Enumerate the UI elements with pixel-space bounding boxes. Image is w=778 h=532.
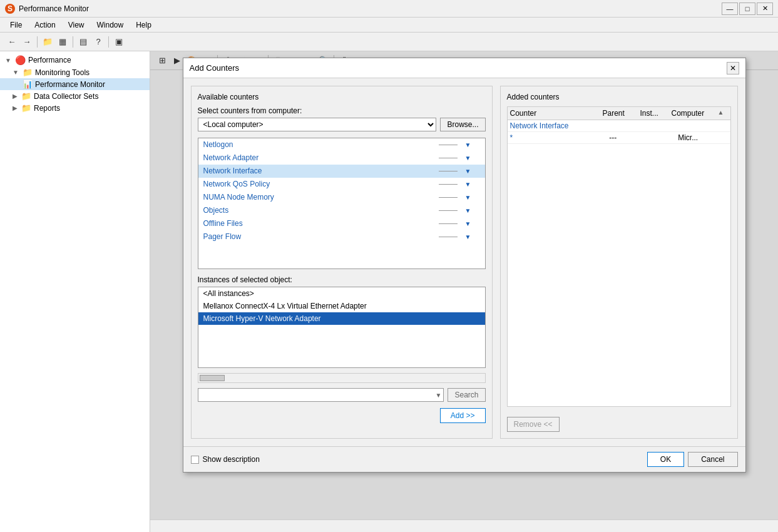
sidebar-item-data-collector-sets[interactable]: ▶ 📁 Data Collector Sets xyxy=(0,90,150,102)
scroll-up-arrow: ▲ xyxy=(718,109,728,118)
toolbar-extra[interactable]: ▣ xyxy=(112,35,126,49)
added-counters-table: Counter Parent Inst... Computer ▲ Networ… xyxy=(507,106,731,407)
dialog-body: Available counters Select counters from … xyxy=(183,78,745,446)
table-row-star[interactable]: * --- Micr... xyxy=(508,132,730,144)
counter-list[interactable]: Netlogon ▼ Network Adapter ▼ xyxy=(198,138,486,269)
content-area: ⊞ ▶ 🎨 ▼ ✚ ✖ ✏ ⎘ □ ▤ 🔍 ‖ ▶▶ Add Counters … xyxy=(150,51,778,532)
counter-item-numa[interactable]: NUMA Node Memory ▼ xyxy=(198,191,485,204)
dialog-title: Add Counters xyxy=(190,63,240,73)
add-button-row: Add >> xyxy=(198,408,486,423)
row-inst-label xyxy=(647,121,678,130)
menu-view[interactable]: View xyxy=(63,19,90,31)
table-header: Counter Parent Inst... Computer ▲ xyxy=(508,107,730,120)
counter-item-network-interface[interactable]: Network Interface ▼ xyxy=(198,165,485,178)
add-counters-dialog: Add Counters ✕ Available counters Select… xyxy=(183,58,746,473)
dialog-close-button[interactable]: ✕ xyxy=(727,62,739,74)
toolbar-help[interactable]: ? xyxy=(91,35,105,49)
counter-item-pager-flow[interactable]: Pager Flow ▼ xyxy=(198,230,485,243)
col-computer: Computer xyxy=(672,109,718,118)
table-row-network-interface[interactable]: Network Interface xyxy=(508,120,730,132)
instance-mellanox[interactable]: Mellanox ConnectX-4 Lx Virtual Ethernet … xyxy=(198,300,485,312)
toolbar-back[interactable]: ← xyxy=(5,35,19,49)
instances-label: Instances of selected object: xyxy=(198,275,486,284)
add-button[interactable]: Add >> xyxy=(440,408,486,423)
footer-buttons: OK Cancel xyxy=(647,452,738,467)
row-parent-label xyxy=(609,121,647,130)
toolbar-up[interactable]: 📁 xyxy=(41,35,54,49)
app-icon: S xyxy=(5,4,15,14)
toolbar-show-hide[interactable]: ▦ xyxy=(56,35,69,49)
counter-item-network-qos[interactable]: Network QoS Policy ▼ xyxy=(198,178,485,191)
window-title: Performance Monitor xyxy=(19,4,89,13)
sidebar-item-monitoring-tools[interactable]: ▼ 📁 Monitoring Tools xyxy=(0,66,150,78)
counter-item-offline-files[interactable]: Offline Files ▼ xyxy=(198,217,485,230)
sidebar-item-performance-monitor[interactable]: 📊 Performance Monitor xyxy=(0,78,150,90)
sidebar: ▼ 🔴 Performance ▼ 📁 Monitoring Tools 📊 P… xyxy=(0,51,150,532)
show-description-row: Show description xyxy=(191,455,260,464)
minimize-button[interactable]: — xyxy=(722,3,738,15)
menu-file[interactable]: File xyxy=(5,19,27,31)
row-counter-label: Network Interface xyxy=(510,121,610,130)
menu-bar: File Action View Window Help xyxy=(0,18,778,33)
counter-item-network-adapter[interactable]: Network Adapter ▼ xyxy=(198,151,485,165)
sidebar-item-reports[interactable]: ▶ 📁 Reports xyxy=(0,102,150,114)
dialog-footer: Show description OK Cancel xyxy=(183,446,745,472)
search-row: ▼ Search xyxy=(198,388,486,402)
computer-label: Select counters from computer: xyxy=(198,106,486,115)
row-counter-value: * xyxy=(510,133,610,142)
horizontal-scrollbar[interactable] xyxy=(198,373,486,383)
available-counters-title: Available counters xyxy=(198,93,486,101)
menu-help[interactable]: Help xyxy=(131,19,156,31)
menu-action[interactable]: Action xyxy=(29,19,60,31)
sidebar-item-performance[interactable]: ▼ 🔴 Performance xyxy=(0,54,150,66)
window-close-button[interactable]: ✕ xyxy=(757,3,773,15)
counter-item-netlogon[interactable]: Netlogon ▼ xyxy=(198,138,485,151)
ok-button[interactable]: OK xyxy=(647,452,684,467)
title-bar: S Performance Monitor — □ ✕ xyxy=(0,0,778,18)
row-inst-value xyxy=(647,133,678,142)
dialog-title-bar: Add Counters ✕ xyxy=(183,58,745,78)
status-bar xyxy=(150,519,778,532)
maximize-button[interactable]: □ xyxy=(739,3,755,15)
row-computer-value: Micr... xyxy=(678,133,727,142)
col-inst: Inst... xyxy=(640,109,672,118)
instance-hyper-v[interactable]: Microsoft Hyper-V Network Adapter xyxy=(198,312,485,325)
cancel-button[interactable]: Cancel xyxy=(688,452,737,467)
remove-button[interactable]: Remove << xyxy=(507,417,560,432)
added-counters-title: Added counters xyxy=(507,93,731,101)
toolbar-properties[interactable]: ▤ xyxy=(76,35,90,49)
counter-item-objects[interactable]: Objects ▼ xyxy=(198,204,485,217)
computer-row: <Local computer> Browse... xyxy=(198,118,486,131)
col-parent: Parent xyxy=(603,109,640,118)
show-description-label: Show description xyxy=(203,455,260,464)
menu-window[interactable]: Window xyxy=(92,19,129,31)
row-computer-label xyxy=(678,121,727,130)
main-layout: ▼ 🔴 Performance ▼ 📁 Monitoring Tools 📊 P… xyxy=(0,51,778,532)
added-counters-panel: Added counters Counter Parent Inst... Co… xyxy=(500,86,738,439)
dialog-overlay: Add Counters ✕ Available counters Select… xyxy=(150,51,778,532)
search-button[interactable]: Search xyxy=(448,388,485,402)
main-toolbar: ← → 📁 ▦ ▤ ? ▣ xyxy=(0,33,778,51)
show-description-checkbox[interactable] xyxy=(191,456,199,464)
instance-all[interactable]: <All instances> xyxy=(198,287,485,300)
toolbar-forward[interactable]: → xyxy=(20,35,34,49)
instances-list[interactable]: <All instances> Mellanox ConnectX-4 Lx V… xyxy=(198,287,486,368)
row-parent-value: --- xyxy=(609,133,647,142)
browse-button[interactable]: Browse... xyxy=(440,118,485,131)
col-counter: Counter xyxy=(510,109,603,118)
available-counters-panel: Available counters Select counters from … xyxy=(191,86,493,439)
search-input[interactable] xyxy=(198,388,444,402)
computer-select[interactable]: <Local computer> xyxy=(198,118,437,131)
